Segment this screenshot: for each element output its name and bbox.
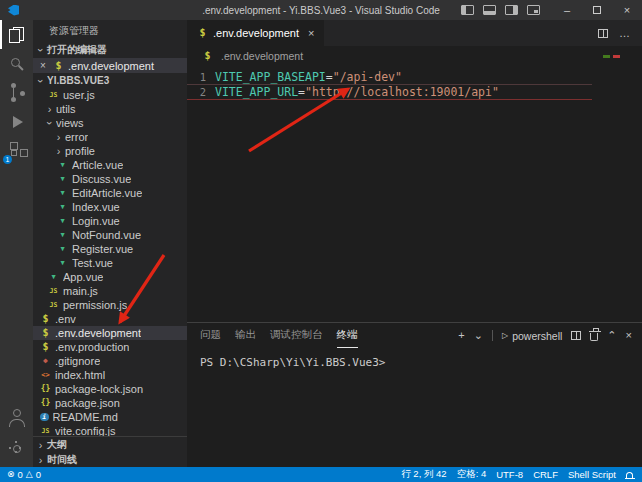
tree-file-user.js[interactable]: JSuser.js [33, 88, 187, 102]
problems-status[interactable]: ⊗ 0 △ 0 [0, 469, 41, 480]
accounts-icon[interactable] [0, 402, 33, 431]
tree-file-Article.vue[interactable]: ▼Article.vue [33, 158, 187, 172]
tree-folder-utils[interactable]: ›utils [33, 102, 187, 116]
error-icon: ⊗ [7, 470, 15, 479]
file-label: README.md [53, 411, 118, 423]
source-control-activity-icon[interactable] [0, 78, 33, 107]
tree-folder-error[interactable]: ›error [33, 130, 187, 144]
project-root-label: YI.BBS.VUE3 [47, 75, 109, 86]
maximize-panel-icon[interactable]: ⌃ [607, 330, 616, 341]
minimize-button[interactable]: – [552, 0, 582, 20]
tree-file-package-lock.json[interactable]: {}package-lock.json [33, 382, 187, 396]
panel-tab-终端[interactable]: 终端 [337, 323, 358, 348]
person-icon [13, 409, 21, 417]
close-icon[interactable]: × [40, 60, 50, 71]
chevron-down-icon: › [44, 119, 56, 128]
split-editor-icon[interactable] [598, 29, 608, 38]
tree-file-Index.vue[interactable]: ▼Index.vue [33, 200, 187, 214]
kill-terminal-icon[interactable] [590, 333, 598, 341]
tree-file-NotFound.vue[interactable]: ▼NotFound.vue [33, 228, 187, 242]
chevron-right-icon: › [36, 439, 45, 451]
open-editor-item[interactable]: ×$.env.development [33, 58, 187, 73]
toggle-panel-icon[interactable] [483, 5, 496, 15]
close-icon[interactable]: × [308, 27, 314, 39]
tree-file-permission.js[interactable]: JSpermission.js [33, 298, 187, 312]
file-label: user.js [63, 89, 95, 101]
vue-file-icon: ▼ [57, 190, 68, 197]
panel-tab-输出[interactable]: 输出 [235, 323, 256, 348]
tree-file-Discuss.vue[interactable]: ▼Discuss.vue [33, 172, 187, 186]
tree-file-README.md[interactable]: iREADME.md [33, 410, 187, 424]
line-number: 1 [187, 71, 215, 83]
project-root-header[interactable]: › YI.BBS.VUE3 [33, 73, 187, 88]
tree-file-Register.vue[interactable]: ▼Register.vue [33, 242, 187, 256]
split-terminal-icon[interactable] [571, 331, 581, 340]
file-label: Article.vue [72, 159, 123, 171]
js-file-icon: JS [40, 428, 51, 435]
breadcrumb-item[interactable]: .env.development [221, 50, 303, 62]
extensions-activity-icon[interactable]: 1 [0, 136, 33, 165]
open-editors-header[interactable]: › 打开的编辑器 [33, 42, 187, 58]
chevron-down-icon[interactable]: ⌄ [474, 330, 483, 341]
more-actions-icon[interactable]: … [619, 27, 631, 39]
git-file-icon: ◆ [40, 357, 51, 365]
tree-file-.gitignore[interactable]: ◆.gitignore [33, 354, 187, 368]
vscode-logo-icon [8, 5, 19, 16]
terminal-profile-selector[interactable]: ▷ powershell [502, 330, 562, 342]
tree-file-index.html[interactable]: <>index.html [33, 368, 187, 382]
explorer-activity-icon[interactable] [0, 20, 33, 49]
panel-tab-问题[interactable]: 问题 [200, 323, 221, 348]
warning-count: 0 [36, 469, 41, 480]
terminal-content[interactable]: PS D:\CSharp\Yi\Yi.BBS.Vue3> [187, 348, 642, 467]
tab-env-development[interactable]: $ .env.development × [187, 20, 324, 46]
files-icon [9, 27, 24, 43]
tree-file-vite.config.js[interactable]: JSvite.config.js [33, 424, 187, 436]
customize-layout-icon[interactable] [527, 5, 540, 15]
file-label: EditArticle.vue [72, 187, 142, 199]
timeline-section-header[interactable]: › 时间线 [33, 452, 187, 467]
file-label: main.js [63, 285, 98, 297]
extensions-badge: 1 [3, 155, 12, 164]
status-item[interactable]: Shell Script [563, 469, 621, 480]
tree-file-EditArticle.vue[interactable]: ▼EditArticle.vue [33, 186, 187, 200]
close-panel-icon[interactable]: × [626, 330, 632, 341]
sidebar-title-text: 资源管理器 [49, 24, 99, 38]
tree-file-App.vue[interactable]: ▼App.vue [33, 270, 187, 284]
token-op: = [326, 70, 333, 84]
tree-folder-profile[interactable]: ›profile [33, 144, 187, 158]
toggle-secondary-sidebar-icon[interactable] [505, 5, 518, 15]
tree-file-Test.vue[interactable]: ▼Test.vue [33, 256, 187, 270]
new-terminal-icon[interactable]: + [458, 330, 464, 341]
close-window-button[interactable]: × [612, 0, 642, 20]
settings-gear-icon[interactable] [0, 434, 33, 463]
tree-file-.env.production[interactable]: $.env.production [33, 340, 187, 354]
panel-tab-调试控制台[interactable]: 调试控制台 [270, 323, 323, 348]
status-item[interactable]: UTF-8 [491, 469, 528, 480]
outline-section-header[interactable]: › 大纲 [33, 437, 187, 452]
error-count: 0 [18, 469, 23, 480]
token-str: "/api-dev" [333, 70, 402, 84]
status-item[interactable]: 行 2, 列 42 [396, 468, 451, 481]
tree-folder-views[interactable]: ›views [33, 116, 187, 130]
sidebar-title: 资源管理器 [33, 20, 187, 42]
maximize-button[interactable] [582, 0, 612, 20]
token-op: = [298, 85, 305, 99]
status-item[interactable]: 空格: 4 [452, 468, 492, 481]
tree-file-.env[interactable]: $.env [33, 312, 187, 326]
code-editor[interactable]: 1VITE_APP_BASEAPI="/api-dev"2VITE_APP_UR… [187, 66, 642, 322]
notifications-bell-icon[interactable] [626, 472, 633, 478]
chevron-right-icon: › [54, 145, 63, 157]
status-item[interactable]: CRLF [528, 469, 563, 480]
vue-file-icon: ▼ [57, 218, 68, 225]
run-debug-activity-icon[interactable] [0, 107, 33, 136]
tree-file-package.json[interactable]: {}package.json [33, 396, 187, 410]
toggle-sidebar-icon[interactable] [461, 5, 474, 15]
tree-file-.env.development[interactable]: $.env.development [33, 326, 187, 340]
tree-file-Login.vue[interactable]: ▼Login.vue [33, 214, 187, 228]
search-activity-icon[interactable] [0, 49, 33, 78]
tree-file-main.js[interactable]: JSmain.js [33, 284, 187, 298]
divider [492, 330, 493, 341]
file-label: .env.production [55, 341, 129, 353]
warning-icon: △ [26, 470, 33, 479]
panel-tabs: 问题输出调试控制台终端 [200, 323, 358, 348]
